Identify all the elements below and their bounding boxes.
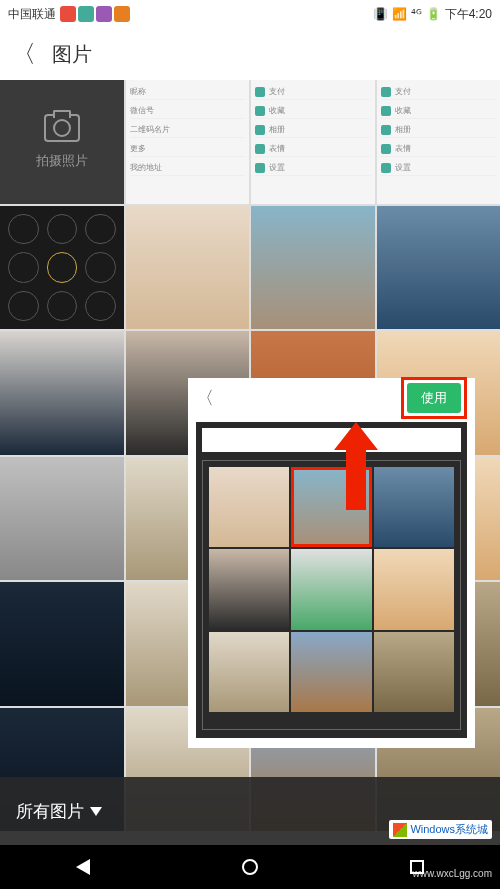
carrier-label: 中国联通 xyxy=(8,6,56,23)
dark-dot xyxy=(8,252,39,283)
page-title: 图片 xyxy=(52,41,92,68)
dark-dot xyxy=(47,252,78,283)
overlay-search-bar[interactable] xyxy=(202,428,461,452)
settings-row: 昵称 xyxy=(130,84,246,100)
overlay-header: 〈 使用 xyxy=(188,378,475,418)
windows-logo-icon xyxy=(393,823,407,837)
dark-dot xyxy=(8,214,39,245)
battery-icon: 🔋 xyxy=(426,7,441,21)
grid-item-settings-1[interactable]: 昵称 微信号 二维码名片 更多 我的地址 xyxy=(126,80,250,204)
settings-row: 微信号 xyxy=(130,103,246,119)
menu-icon xyxy=(255,144,265,154)
grid-item-photo-building[interactable] xyxy=(251,206,375,330)
camera-icon xyxy=(44,114,80,142)
settings-row: 设置 xyxy=(381,160,497,176)
overlay-body xyxy=(196,422,467,738)
menu-icon xyxy=(381,144,391,154)
annotation-arrow xyxy=(334,422,378,510)
arrow-stem xyxy=(346,450,366,510)
header: 〈 图片 xyxy=(0,28,500,80)
app-icon-4 xyxy=(114,6,130,22)
album-name: 所有图片 xyxy=(16,800,84,823)
settings-row: 相册 xyxy=(381,122,497,138)
dropdown-triangle-icon xyxy=(90,807,102,816)
settings-row: 表情 xyxy=(255,141,371,157)
settings-row: 设置 xyxy=(255,160,371,176)
settings-row: 相册 xyxy=(255,122,371,138)
menu-icon xyxy=(255,87,265,97)
use-button-highlight: 使用 xyxy=(401,377,467,419)
grid-item-photo-cat[interactable] xyxy=(0,457,124,581)
watermark-url: www.wxcLgg.com xyxy=(413,868,492,879)
watermark-brand: Windows系统城 xyxy=(389,820,492,839)
app-icon-2 xyxy=(78,6,94,22)
camera-cell[interactable]: 拍摄照片 xyxy=(0,80,124,204)
settings-row: 更多 xyxy=(130,141,246,157)
grid-item-photo-night[interactable] xyxy=(0,582,124,706)
grid-item-photo-woman[interactable] xyxy=(0,331,124,455)
settings-row: 我的地址 xyxy=(130,160,246,176)
settings-row: 收藏 xyxy=(255,103,371,119)
grid-item-photo-man[interactable] xyxy=(377,206,501,330)
status-bar: 中国联通 📳 📶 ⁴ᴳ 🔋 下午4:20 xyxy=(0,0,500,28)
settings-row: 支付 xyxy=(381,84,497,100)
overlay-item-dress[interactable] xyxy=(209,632,289,712)
settings-row: 收藏 xyxy=(381,103,497,119)
dark-dot xyxy=(47,291,78,322)
time-label: 下午4:20 xyxy=(445,6,492,23)
overlay-item-dog[interactable] xyxy=(374,549,454,629)
menu-icon xyxy=(255,125,265,135)
use-button[interactable]: 使用 xyxy=(407,383,461,413)
menu-icon xyxy=(381,125,391,135)
dark-dot xyxy=(85,252,116,283)
nav-back-icon[interactable] xyxy=(76,859,90,875)
preview-overlay: 〈 使用 xyxy=(188,378,475,748)
menu-icon xyxy=(255,106,265,116)
vibrate-icon: 📳 xyxy=(373,7,388,21)
status-app-icons xyxy=(60,6,130,22)
overlay-grid xyxy=(209,467,454,712)
menu-icon xyxy=(381,163,391,173)
overlay-item-boy[interactable] xyxy=(209,467,289,547)
grid-item-photo-boy[interactable] xyxy=(126,206,250,330)
settings-row: 表情 xyxy=(381,141,497,157)
arrow-head-icon xyxy=(334,422,378,450)
menu-icon xyxy=(381,87,391,97)
signal-label: ⁴ᴳ xyxy=(411,7,422,21)
dark-dot xyxy=(47,214,78,245)
settings-row: 二维码名片 xyxy=(130,122,246,138)
status-right: 📳 📶 ⁴ᴳ 🔋 下午4:20 xyxy=(373,6,492,23)
overlay-item-jersey[interactable] xyxy=(291,549,371,629)
overlay-back-icon[interactable]: 〈 xyxy=(196,386,214,410)
overlay-item-castle[interactable] xyxy=(374,632,454,712)
back-icon[interactable]: 〈 xyxy=(12,38,36,70)
android-nav-bar xyxy=(0,845,500,889)
grid-item-settings-3[interactable]: 支付 收藏 相册 表情 设置 xyxy=(377,80,501,204)
overlay-item-man[interactable] xyxy=(374,467,454,547)
camera-label: 拍摄照片 xyxy=(36,152,88,170)
app-icon-1 xyxy=(60,6,76,22)
settings-row: 支付 xyxy=(255,84,371,100)
overlay-grid-wrap xyxy=(202,460,461,730)
menu-icon xyxy=(381,106,391,116)
nav-home-icon[interactable] xyxy=(242,859,258,875)
dark-dot xyxy=(85,291,116,322)
status-left: 中国联通 xyxy=(8,6,130,23)
app-icon-3 xyxy=(96,6,112,22)
dark-dot xyxy=(85,214,116,245)
watermark-text: Windows系统城 xyxy=(410,822,488,837)
album-selector-label: 所有图片 xyxy=(16,800,102,823)
wifi-icon: 📶 xyxy=(392,7,407,21)
overlay-item-suit[interactable] xyxy=(209,549,289,629)
overlay-item-mountain[interactable] xyxy=(291,632,371,712)
menu-icon xyxy=(255,163,265,173)
grid-item-settings-2[interactable]: 支付 收藏 相册 表情 设置 xyxy=(251,80,375,204)
grid-item-dark-menu[interactable] xyxy=(0,206,124,330)
dark-dot xyxy=(8,291,39,322)
